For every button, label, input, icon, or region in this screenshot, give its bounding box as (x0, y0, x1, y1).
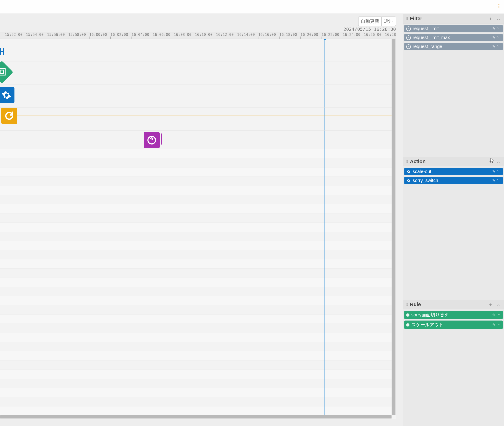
time-tick: 16:24:00 (343, 32, 360, 37)
lane-row (0, 62, 392, 85)
expand-icon[interactable]: ﹀ (497, 35, 501, 40)
add-rule-button[interactable]: ＋ (488, 301, 493, 308)
lane-row (0, 85, 392, 108)
action-item[interactable]: sorry_switch ✎ ﹀ (404, 177, 503, 184)
rule-item[interactable]: sorry画面切り替え ✎ ﹀ (404, 311, 503, 319)
lane-row (0, 388, 392, 397)
action-item[interactable]: scale-out ✎ ﹀ (404, 168, 503, 175)
check-circle-icon: ✓ (406, 44, 411, 49)
time-tick: 16:22:00 (322, 32, 339, 37)
edit-icon[interactable]: ✎ (492, 323, 495, 327)
vertical-scrollbar[interactable] (392, 39, 396, 415)
lane-row (0, 287, 392, 296)
add-action-button[interactable]: ＋ (488, 158, 493, 165)
edit-icon[interactable]: ✎ (492, 313, 495, 317)
edit-icon[interactable]: ✎ (492, 44, 495, 49)
gear-icon (406, 178, 411, 183)
grip-icon: ⠿ (405, 159, 407, 164)
lane-row (0, 379, 392, 388)
expand-icon[interactable]: ﹀ (497, 26, 501, 31)
rule-panel-title: Rule (410, 301, 421, 307)
rule-panel-body: sorry画面切り替え ✎ ﹀ スケールアウト ✎ ﹀ (403, 309, 504, 426)
filter-item[interactable]: ✓ request_limit_max ✎ ﹀ (404, 34, 503, 41)
time-tick: 16:28:00 (385, 32, 396, 37)
lane-row (0, 186, 392, 195)
config-node-icon[interactable] (0, 87, 14, 103)
event-marker-icon (161, 134, 162, 144)
time-tick: 16:06:00 (153, 32, 170, 37)
lane-row (0, 278, 392, 287)
lane-row (0, 370, 392, 379)
check-circle-icon: ✓ (406, 26, 411, 31)
diamond-icon (406, 323, 410, 327)
filter-item-label: request_limit (413, 26, 439, 31)
lane-row (0, 204, 392, 213)
lane-row (0, 149, 392, 158)
expand-icon[interactable]: ﹀ (497, 44, 501, 49)
lane-row (0, 259, 392, 269)
auto-refresh-button[interactable]: 自動更新 (358, 17, 381, 26)
lane-row (0, 39, 392, 62)
filter-item-label: request_range (413, 44, 442, 49)
event-duration-line (17, 116, 392, 116)
filter-panel-title: Filter (410, 16, 422, 21)
edit-icon[interactable]: ✎ (492, 26, 495, 31)
add-filter-button[interactable]: ＋ (488, 15, 493, 22)
time-tick: 15:52:00 (5, 32, 22, 37)
action-item-label: sorry_switch (413, 178, 438, 183)
service-node-icon[interactable] (0, 61, 13, 84)
lane-row (0, 406, 392, 415)
time-tick: 16:04:00 (131, 32, 149, 37)
lane-row (0, 269, 392, 278)
lane-row (0, 241, 392, 250)
edit-icon[interactable]: ✎ (492, 169, 495, 174)
expand-icon[interactable]: ﹀ (497, 178, 501, 183)
grip-icon: ⠿ (405, 302, 407, 307)
horizontal-scrollbar[interactable] (0, 415, 392, 419)
filter-panel-body: ✓ request_limit ✎ ﹀ ✓ request_limit_max … (403, 23, 504, 157)
refresh-node-icon[interactable] (1, 108, 17, 124)
expand-icon[interactable]: ﹀ (497, 322, 501, 327)
filter-item[interactable]: ✓ request_range ✎ ﹀ (404, 43, 503, 50)
gear-icon (406, 169, 411, 174)
timeline-panel: 自動更新 1秒 2024/05/15 16:28:30 15:52:00 15:… (0, 14, 403, 426)
rule-item[interactable]: スケールアウト ✎ ﹀ (404, 320, 503, 329)
lane-row (0, 296, 392, 305)
lane-row (0, 131, 392, 149)
range-end-icon (3, 48, 4, 55)
time-tick: 15:58:00 (68, 32, 86, 37)
collapse-action-button[interactable]: ︿ (496, 158, 502, 165)
expand-icon[interactable]: ﹀ (497, 169, 501, 174)
timeline-canvas[interactable]: 15:52:00 15:54:00 15:56:00 15:58:00 16:0… (0, 32, 396, 419)
rule-panel-header[interactable]: ⠿ Rule ＋ ︿ (403, 300, 504, 309)
diamond-icon (406, 313, 410, 317)
lane-row (0, 250, 392, 259)
more-menu-button[interactable] (496, 3, 502, 9)
lane-row (0, 168, 392, 177)
collapse-rule-button[interactable]: ︿ (496, 301, 502, 308)
collapse-filter-button[interactable]: ︿ (496, 15, 502, 22)
query-node-icon[interactable] (144, 132, 160, 148)
lane-row (0, 342, 392, 351)
time-tick: 16:16:00 (258, 32, 276, 37)
filter-item[interactable]: ✓ request_limit ✎ ﹀ (404, 25, 503, 32)
time-tick: 16:08:00 (174, 32, 191, 37)
timeline-lanes (0, 39, 392, 415)
timeline-now-timestamp: 2024/05/15 16:28:30 (343, 26, 396, 32)
main-row: 自動更新 1秒 2024/05/15 16:28:30 15:52:00 15:… (0, 14, 504, 426)
lane-row (0, 397, 392, 406)
range-start-icon (0, 48, 1, 55)
edit-icon[interactable]: ✎ (492, 178, 495, 183)
side-panels: ⠿ Filter ＋ ︿ ✓ request_limit ✎ ﹀ ✓ reque… (403, 14, 504, 426)
lane-row (0, 223, 392, 232)
action-panel-header[interactable]: ⠿ Action ＋ ︿ (403, 157, 504, 166)
time-tick: 16:00:00 (89, 32, 107, 37)
filter-panel-header[interactable]: ⠿ Filter ＋ ︿ (403, 14, 504, 23)
grip-icon: ⠿ (405, 17, 407, 21)
lane-row (0, 232, 392, 241)
refresh-interval-select[interactable]: 1秒 (381, 17, 396, 26)
time-ruler: 15:52:00 15:54:00 15:56:00 15:58:00 16:0… (0, 32, 396, 39)
expand-icon[interactable]: ﹀ (497, 312, 501, 317)
top-toolbar (0, 0, 504, 14)
edit-icon[interactable]: ✎ (492, 36, 495, 40)
